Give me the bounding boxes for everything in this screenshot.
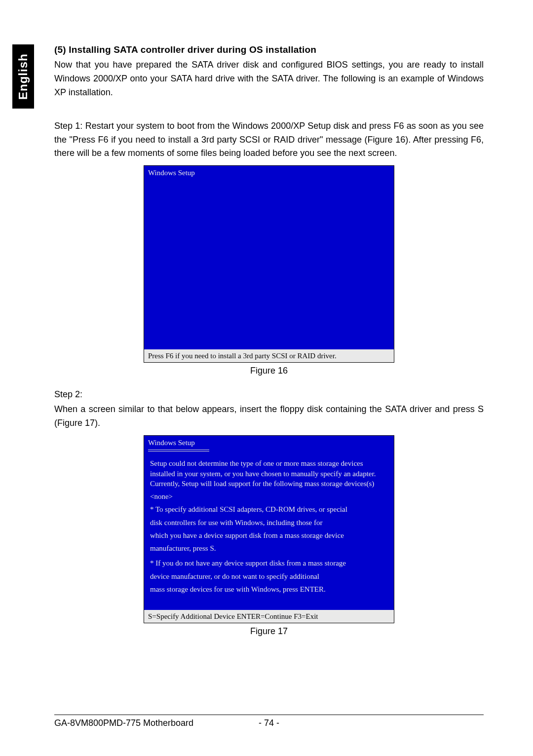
footer-right xyxy=(289,718,484,728)
setup-bullet-1: * To specify additional SCSI adapters, C… xyxy=(150,504,388,553)
b1-l4: manufacturer, press S. xyxy=(150,543,388,553)
setup-statusbar-2: S=Specify Additional Device ENTER=Contin… xyxy=(144,610,394,623)
language-tab: English xyxy=(12,44,34,109)
setup-bullet-2: * If you do not have any device support … xyxy=(150,558,388,594)
setup-msg-1: Setup could not determine the type of on… xyxy=(150,458,388,489)
figure-16: Windows Setup Press F6 if you need to in… xyxy=(54,165,484,376)
step2-paragraph: When a screen similar to that below appe… xyxy=(54,403,484,430)
section-heading: (5) Installing SATA controller driver du… xyxy=(54,44,484,55)
figure-17-caption: Figure 17 xyxy=(250,626,288,637)
setup-body: Setup could not determine the type of on… xyxy=(144,452,394,609)
b1-l3: which you have a device support disk fro… xyxy=(150,530,388,540)
language-tab-text: English xyxy=(16,53,30,100)
b1-l1: * To specify additional SCSI adapters, C… xyxy=(150,504,388,514)
figure-17: Windows Setup Setup could not determine … xyxy=(54,435,484,637)
spacer xyxy=(54,105,484,119)
b2-l2: device manufacturer, or do not want to s… xyxy=(150,571,388,581)
step2-label: Step 2: xyxy=(54,388,484,402)
page-footer: GA-8VM800PMD-775 Motherboard - 74 - xyxy=(54,715,484,728)
setup-none: <none> xyxy=(150,491,388,501)
setup-title: Windows Setup xyxy=(144,166,394,179)
intro-paragraph: Now that you have prepared the SATA driv… xyxy=(54,58,484,100)
b2-l3: mass storage devices for use with Window… xyxy=(150,584,388,594)
b1-l2: disk controllers for use with Windows, i… xyxy=(150,518,388,528)
step1-paragraph: Step 1: Restart your system to boot from… xyxy=(54,119,484,161)
windows-setup-screen-1: Windows Setup Press F6 if you need to in… xyxy=(144,165,394,363)
content-area: (5) Installing SATA controller driver du… xyxy=(54,44,484,637)
windows-setup-screen-2: Windows Setup Setup could not determine … xyxy=(144,435,394,623)
footer-page-number: - 74 - xyxy=(249,718,289,728)
figure-16-caption: Figure 16 xyxy=(250,366,288,376)
setup-title-2: Windows Setup xyxy=(144,436,394,449)
page: English (5) Installing SATA controller d… xyxy=(0,0,533,756)
setup-statusbar: Press F6 if you need to install a 3rd pa… xyxy=(144,349,394,362)
b2-l1: * If you do not have any device support … xyxy=(150,558,388,568)
footer-left: GA-8VM800PMD-775 Motherboard xyxy=(54,718,249,728)
